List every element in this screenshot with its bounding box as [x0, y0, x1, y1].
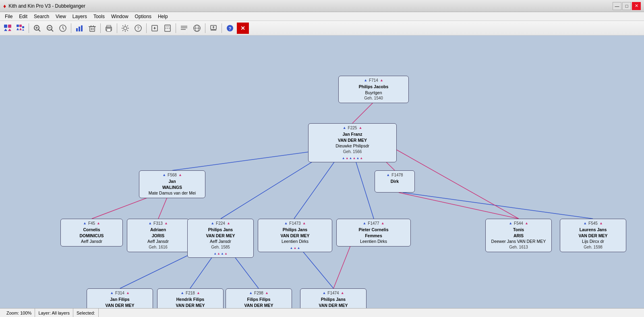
menu-search[interactable]: Search [31, 13, 52, 20]
family-box-f224[interactable]: ▲F224▲Philips JansVAN DER MEYAeff Jansdr… [187, 219, 254, 258]
help-button[interactable]: ? [224, 23, 236, 34]
family-box-f218[interactable]: ▲F218▲Hendrik FilipsVAN DER MEYGeertie? … [157, 288, 224, 308]
svg-rect-30 [107, 29, 111, 31]
svg-line-11 [38, 29, 40, 31]
svg-rect-4 [17, 25, 19, 27]
svg-marker-36 [153, 27, 156, 29]
minimize-button[interactable]: — [613, 2, 621, 10]
upload-button[interactable] [207, 23, 219, 34]
text-button[interactable] [178, 23, 190, 34]
app-title: Kith and Kin Pro V3 - Dubbelganger [8, 3, 85, 9]
svg-rect-23 [90, 27, 95, 31]
family-box-f568[interactable]: ▲F568▲JanWALINGSMate Damus van der Mei [139, 170, 205, 198]
svg-marker-7 [19, 28, 22, 30]
toolbar-sep-2 [71, 23, 71, 33]
svg-rect-2 [8, 25, 11, 28]
family-box-f544[interactable]: ▲F544▲TonisARISDeewer Jans VAN DER MEYGe… [485, 219, 552, 252]
toolbar-sep-5 [146, 23, 147, 33]
svg-marker-9 [22, 29, 24, 31]
toolbar: ? ? ✕ [0, 21, 644, 35]
menu-file[interactable]: File [2, 13, 16, 20]
menu-edit[interactable]: Edit [16, 13, 31, 20]
svg-rect-0 [4, 25, 7, 28]
wrench-button[interactable] [119, 23, 131, 34]
titlebar-controls: — □ ✕ [613, 2, 641, 10]
svg-marker-3 [8, 29, 11, 31]
family-box-f1477[interactable]: ▲F1477▲Pieter CornelisFemmesLeentien Dir… [336, 219, 411, 247]
svg-marker-5 [17, 28, 19, 30]
app-logo: ♦ [3, 3, 6, 9]
menu-options[interactable]: Options [132, 13, 155, 20]
family-box-f314[interactable]: ▲F314▲Jan FilipsVAN DER MEYYtie BARTOUTS… [87, 288, 153, 308]
toolbar-sep-7 [205, 23, 205, 33]
family-box-f313[interactable]: ▲F313▲AdriaenJORISAeff JansdrGeh. 1616 [127, 219, 189, 252]
menu-help[interactable]: Help [155, 13, 171, 20]
close-button[interactable]: ✕ [632, 2, 641, 10]
menu-tools[interactable]: Tools [90, 13, 108, 20]
delete-button[interactable] [86, 23, 98, 34]
question-button[interactable]: ? [132, 23, 144, 34]
zoom-out-button[interactable] [44, 23, 56, 34]
svg-line-60 [399, 193, 519, 219]
layer-status: Layer: All layers [35, 309, 73, 317]
svg-line-61 [403, 193, 593, 219]
svg-marker-1 [4, 29, 7, 31]
family-box-f45[interactable]: ▲F45▲CornelisDOMINICUSAeff Jansdr [60, 219, 123, 247]
svg-line-55 [172, 151, 318, 170]
toolbar-sep-4 [117, 23, 117, 33]
menu-layers[interactable]: Layers [69, 13, 90, 20]
menu-window[interactable]: Window [108, 13, 132, 20]
svg-rect-6 [19, 25, 22, 27]
svg-line-69 [333, 241, 352, 288]
svg-line-54 [352, 102, 374, 123]
family-box-f1474[interactable]: ▲F1474▲Philips JansVAN DER MEYSoet Pijte… [300, 288, 367, 308]
calc-button[interactable] [162, 23, 174, 34]
toolbar-sep-3 [100, 23, 101, 33]
svg-rect-38 [166, 26, 170, 27]
svg-text:?: ? [137, 26, 139, 31]
svg-line-19 [63, 28, 64, 29]
main-canvas: ▲F714▲Philips JacobsBuyrtgenGeh. 1540▲F2… [0, 35, 644, 308]
selected-status: Selected: [73, 309, 99, 317]
family-box-f1478[interactable]: ▲F1478Dirk [375, 170, 415, 193]
menu-view[interactable]: View [52, 13, 69, 20]
menubar: FileEditSearchViewLayersToolsWindowOptio… [0, 12, 644, 21]
titlebar: ♦ Kith and Kin Pro V3 - Dubbelganger — □… [0, 0, 644, 12]
svg-line-15 [51, 29, 53, 31]
add-person-button[interactable] [2, 23, 14, 34]
titlebar-left: ♦ Kith and Kin Pro V3 - Dubbelganger [3, 3, 85, 9]
svg-rect-20 [76, 28, 78, 31]
toolbar-sep-6 [176, 23, 176, 33]
svg-rect-22 [81, 25, 83, 31]
statusbar: Zoom: 100% Layer: All layers Selected: [0, 308, 644, 317]
toolbar-sep-1 [29, 23, 29, 33]
svg-rect-8 [22, 26, 24, 28]
export-button[interactable] [149, 23, 161, 34]
chart-button[interactable] [73, 23, 85, 34]
connector-svg [0, 35, 644, 308]
close-toolbar-button[interactable]: ✕ [237, 23, 249, 34]
family-box-f545[interactable]: ▲F545▲Laurens JansVAN DER MEYLijs Dircx … [560, 219, 626, 252]
globe-button[interactable] [191, 23, 203, 34]
maximize-button[interactable]: □ [622, 2, 631, 10]
family-box-f225[interactable]: ▲F225▲Jan FranzVAN DER MEYDieuwke Philip… [308, 123, 397, 162]
add-family-button[interactable] [14, 23, 27, 34]
family-box-f714[interactable]: ▲F714▲Philips JacobsBuyrtgenGeh. 1540 [338, 76, 409, 103]
zoom-in-button[interactable] [31, 23, 43, 34]
svg-marker-50 [212, 26, 215, 27]
family-box-f1473[interactable]: ▲F1473▲Philips JansVAN DER MEYLeentien D… [258, 219, 332, 252]
family-box-f298[interactable]: ▲F298▲Filips FilipsVAN DER MEYTrijntje P… [226, 288, 292, 308]
svg-text:?: ? [229, 26, 232, 31]
print-button[interactable] [103, 23, 115, 34]
svg-rect-31 [107, 25, 111, 28]
recents-button[interactable] [57, 23, 69, 34]
toolbar-sep-8 [222, 23, 222, 33]
svg-rect-21 [79, 27, 80, 31]
zoom-status: Zoom: 100% [3, 309, 35, 317]
